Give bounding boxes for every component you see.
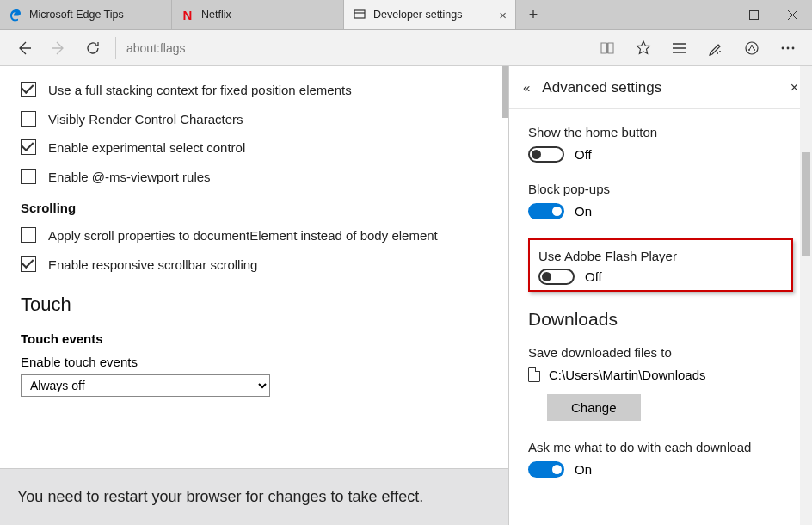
flag-label: Enable experimental select control — [48, 139, 245, 157]
section-header: Scrolling — [21, 201, 488, 215]
back-icon[interactable]: « — [523, 80, 530, 95]
hub-icon[interactable] — [662, 31, 697, 65]
back-button[interactable] — [7, 31, 41, 65]
minimize-button[interactable] — [696, 0, 735, 29]
more-icon[interactable] — [771, 31, 805, 65]
flag-label: Enable responsive scrollbar scrolling — [48, 256, 257, 274]
advanced-settings-panel: « Advanced settings × Show the home butt… — [508, 66, 812, 525]
flags-icon — [353, 8, 366, 22]
touch-events-select[interactable]: Always off — [21, 374, 270, 397]
tab-label: Developer settings — [373, 9, 463, 21]
checkbox[interactable] — [21, 227, 36, 243]
maximize-button[interactable] — [735, 0, 773, 29]
svg-rect-0 — [354, 10, 365, 18]
tab-label: Microsoft Edge Tips — [29, 9, 124, 21]
select-label: Enable touch events — [21, 355, 488, 369]
setting-label: Use Adobe Flash Player — [538, 249, 783, 263]
svg-rect-3 — [750, 10, 759, 19]
checkbox[interactable] — [21, 256, 36, 272]
svg-point-16 — [787, 46, 790, 49]
flag-label: Enable @-ms-viewport rules — [48, 169, 211, 186]
window-controls — [696, 0, 812, 29]
restart-banner: You need to restart your browser for cha… — [0, 468, 508, 525]
flag-label: Visibly Render Control Characters — [48, 111, 243, 128]
svg-point-9 — [719, 51, 721, 52]
flash-toggle[interactable] — [538, 269, 575, 285]
section-header: Downloads — [528, 309, 793, 330]
svg-point-17 — [792, 46, 795, 49]
close-window-button[interactable] — [773, 0, 812, 29]
file-icon — [528, 367, 540, 382]
home-button-toggle[interactable] — [528, 146, 564, 163]
address-text: about:flags — [126, 41, 186, 55]
tab-label: Netflix — [201, 9, 231, 21]
address-bar[interactable]: about:flags — [115, 37, 590, 59]
forward-button[interactable] — [41, 31, 76, 65]
tab-netflix[interactable]: N Netflix — [172, 0, 344, 29]
reading-view-icon[interactable] — [590, 31, 624, 65]
change-button[interactable]: Change — [547, 394, 641, 421]
panel-title: Advanced settings — [542, 79, 661, 96]
notes-icon[interactable] — [698, 31, 733, 65]
scrollbar-thumb[interactable] — [802, 152, 810, 256]
setting-label: Show the home button — [528, 125, 793, 139]
flash-highlight: Use Adobe Flash Player Off — [528, 238, 793, 292]
netflix-icon: N — [181, 8, 194, 22]
toolbar: about:flags — [0, 30, 812, 66]
panel-scrollbar[interactable] — [800, 66, 812, 525]
edge-icon — [9, 8, 22, 22]
refresh-button[interactable] — [76, 31, 110, 65]
new-tab-button[interactable]: + — [516, 0, 551, 29]
checkbox[interactable] — [21, 169, 36, 184]
subsection-header: Touch events — [21, 331, 488, 346]
flag-label: Apply scroll properties to documentEleme… — [48, 227, 438, 244]
toggle-state: On — [575, 462, 592, 477]
svg-point-11 — [746, 42, 758, 54]
checkbox[interactable] — [21, 82, 36, 97]
checkbox[interactable] — [21, 139, 36, 155]
close-icon[interactable]: × — [790, 80, 798, 96]
tab-bar: Microsoft Edge Tips N Netflix Developer … — [0, 0, 812, 30]
tab-edge-tips[interactable]: Microsoft Edge Tips — [0, 0, 172, 29]
setting-label: Save downloaded files to — [528, 345, 793, 360]
checkbox[interactable] — [21, 111, 36, 127]
svg-point-15 — [782, 46, 784, 49]
svg-point-10 — [717, 52, 718, 54]
setting-label: Ask me what to do with each download — [528, 440, 793, 454]
flags-page: Use a full stacking context for fixed po… — [0, 66, 508, 525]
section-header: Touch — [21, 293, 488, 316]
ask-download-toggle[interactable] — [528, 461, 564, 478]
flag-label: Use a full stacking context for fixed po… — [48, 82, 352, 99]
tab-developer-settings[interactable]: Developer settings × — [344, 0, 516, 29]
setting-label: Block pop-ups — [528, 182, 793, 196]
toggle-state: On — [575, 204, 592, 219]
popups-toggle[interactable] — [528, 203, 564, 219]
favorite-icon[interactable] — [626, 31, 661, 65]
close-icon[interactable]: × — [499, 8, 507, 22]
share-icon[interactable] — [735, 31, 769, 65]
download-path: C:\Users\Martin\Downloads — [549, 368, 706, 382]
toggle-state: Off — [575, 147, 592, 162]
toggle-state: Off — [585, 269, 602, 284]
